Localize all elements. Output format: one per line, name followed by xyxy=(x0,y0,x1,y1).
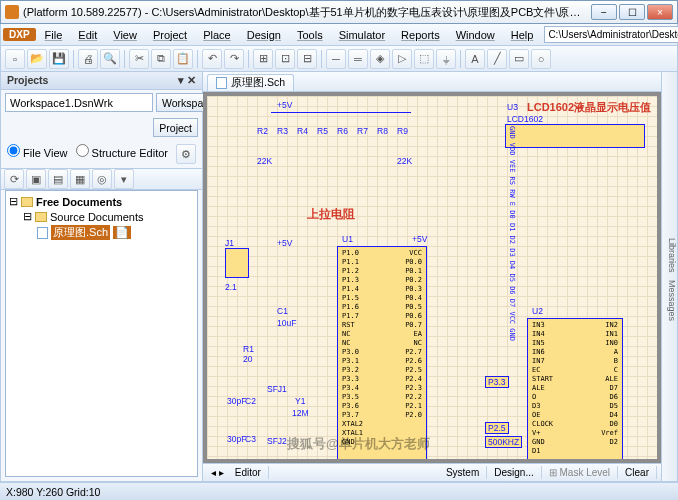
menubar: DXP File Edit View Project Place Design … xyxy=(0,24,678,46)
wire-icon[interactable]: ─ xyxy=(326,49,346,69)
y1-val: 12M xyxy=(292,408,309,418)
r2-ref: R2 xyxy=(257,126,268,136)
tree-sheet-icon[interactable]: ▤ xyxy=(48,169,68,189)
menu-place[interactable]: Place xyxy=(196,27,238,43)
tab-system[interactable]: System xyxy=(439,466,487,479)
schematic-canvas[interactable]: +5V R2 R3 R4 R5 R6 R7 R8 R9 22K 22K 上拉电阻… xyxy=(203,92,661,463)
sfj1-ref: SFJ1 xyxy=(267,384,287,394)
r5-ref: R5 xyxy=(317,126,328,136)
tree-root[interactable]: ⊟ Free Documents xyxy=(9,194,194,209)
panel-header: Projects ▾ ✕ xyxy=(1,72,202,90)
r3-ref: R3 xyxy=(277,126,288,136)
tree-more-icon[interactable]: ▾ xyxy=(114,169,134,189)
c3-ref: C3 xyxy=(245,434,256,444)
ellipse-icon[interactable]: ○ xyxy=(531,49,551,69)
right-dock[interactable]: Libraries Messages xyxy=(661,72,677,481)
net-clock: 500KHZ xyxy=(485,436,522,448)
panel-settings-icon[interactable]: ⚙ xyxy=(176,144,196,164)
menu-help[interactable]: Help xyxy=(504,27,541,43)
r8-ref: R8 xyxy=(377,126,388,136)
structure-radio[interactable]: Structure Editor xyxy=(76,144,168,164)
workspace-input[interactable] xyxy=(5,93,153,112)
text-icon[interactable]: A xyxy=(465,49,485,69)
project-tree[interactable]: ⊟ Free Documents ⊟ Source Documents 原理图.… xyxy=(5,190,198,477)
watermark: 搜狐号@单片机大方老师 xyxy=(287,435,430,453)
line-icon[interactable]: ╱ xyxy=(487,49,507,69)
u2-body[interactable]: IN3IN2 IN4IN1 IN5IN0 IN6A IN7B ECC START… xyxy=(527,318,623,463)
net-icon[interactable]: ◈ xyxy=(370,49,390,69)
btn-clear[interactable]: Clear xyxy=(618,466,657,479)
window-buttons: − ☐ × xyxy=(591,4,673,20)
undo-icon[interactable]: ↶ xyxy=(202,49,222,69)
projects-panel: Projects ▾ ✕ Workspace Project File View… xyxy=(1,72,203,481)
r4-ref: R4 xyxy=(297,126,308,136)
j1-val: 2.1 xyxy=(225,282,237,292)
u3-part: LCD1602 xyxy=(507,114,543,124)
print-icon[interactable]: 🖨 xyxy=(78,49,98,69)
zoom-fit-icon[interactable]: ⊞ xyxy=(253,49,273,69)
new-icon[interactable]: ▫ xyxy=(5,49,25,69)
menu-window[interactable]: Window xyxy=(449,27,502,43)
bus-icon[interactable]: ═ xyxy=(348,49,368,69)
tree-refresh-icon[interactable]: ⟳ xyxy=(4,169,24,189)
j1-body[interactable] xyxy=(225,248,249,278)
statusbar: X:980 Y:260 Grid:10 xyxy=(0,482,678,500)
sfj2-ref: SFJ2 xyxy=(267,436,287,446)
c1-val: 10uF xyxy=(277,318,296,328)
tree-locate-icon[interactable]: ◎ xyxy=(92,169,112,189)
menu-file[interactable]: File xyxy=(38,27,70,43)
u3-body[interactable] xyxy=(505,124,645,148)
zoom-area-icon[interactable]: ⊡ xyxy=(275,49,295,69)
menu-edit[interactable]: Edit xyxy=(71,27,104,43)
menu-project[interactable]: Project xyxy=(146,27,194,43)
tab-schematic[interactable]: 原理图.Sch xyxy=(207,74,294,91)
toolbar: ▫ 📂 💾 🖨 🔍 ✂ ⧉ 📋 ↶ ↷ ⊞ ⊡ ⊟ ─ ═ ◈ ▷ ⬚ ⏚ A … xyxy=(0,46,678,72)
c3-val: 30pF xyxy=(227,434,246,444)
dxp-menu[interactable]: DXP xyxy=(3,28,36,41)
r9-ref: R9 xyxy=(397,126,408,136)
menu-tools[interactable]: Tools xyxy=(290,27,330,43)
tab-editor[interactable]: Editor xyxy=(228,466,269,479)
fileview-radio[interactable]: File View xyxy=(7,144,68,164)
document-tabs: 原理图.Sch xyxy=(203,72,661,92)
rect-icon[interactable]: ▭ xyxy=(509,49,529,69)
tree-nav-icon[interactable]: ▦ xyxy=(70,169,90,189)
cut-icon[interactable]: ✂ xyxy=(129,49,149,69)
save-icon[interactable]: 💾 xyxy=(49,49,69,69)
c2-ref: C2 xyxy=(245,396,256,406)
power-icon[interactable]: ⏚ xyxy=(436,49,456,69)
status-coords: X:980 Y:260 Grid:10 xyxy=(6,486,100,498)
r6-ref: R6 xyxy=(337,126,348,136)
redo-icon[interactable]: ↷ xyxy=(224,49,244,69)
menu-simulator[interactable]: Simulator xyxy=(332,27,392,43)
close-button[interactable]: × xyxy=(647,4,673,20)
paste-icon[interactable]: 📋 xyxy=(173,49,193,69)
address-field[interactable] xyxy=(544,26,678,43)
project-toolbar: ⟳ ▣ ▤ ▦ ◎ ▾ xyxy=(1,168,202,190)
menu-reports[interactable]: Reports xyxy=(394,27,447,43)
tree-source-docs[interactable]: ⊟ Source Documents xyxy=(9,209,194,224)
project-button[interactable]: Project xyxy=(153,118,198,137)
editor-tabs: ◂ ▸ Editor System Design... ⊞ Mask Level… xyxy=(203,463,661,481)
u3-ref: U3 xyxy=(507,102,518,112)
r1-val: 20 xyxy=(243,354,252,364)
open-icon[interactable]: 📂 xyxy=(27,49,47,69)
zoom-sel-icon[interactable]: ⊟ xyxy=(297,49,317,69)
tab-design[interactable]: Design... xyxy=(487,466,541,479)
menu-design[interactable]: Design xyxy=(240,27,288,43)
u1-ref: U1 xyxy=(342,234,353,244)
u2-ref: U2 xyxy=(532,306,543,316)
port-icon[interactable]: ▷ xyxy=(392,49,412,69)
net-p25: P2.5 xyxy=(485,422,509,434)
menu-view[interactable]: View xyxy=(106,27,144,43)
u1-body[interactable]: P1.0VCC P1.1P0.0 P1.2P0.1 P1.3P0.2 P1.4P… xyxy=(337,246,427,463)
tree-expand-icon[interactable]: ▣ xyxy=(26,169,46,189)
r9-val: 22K xyxy=(397,156,412,166)
maximize-button[interactable]: ☐ xyxy=(619,4,645,20)
minimize-button[interactable]: − xyxy=(591,4,617,20)
tree-schematic-file[interactable]: 原理图.Sch 📄 xyxy=(9,224,194,241)
y1-ref: Y1 xyxy=(295,396,305,406)
part-icon[interactable]: ⬚ xyxy=(414,49,434,69)
copy-icon[interactable]: ⧉ xyxy=(151,49,171,69)
preview-icon[interactable]: 🔍 xyxy=(100,49,120,69)
